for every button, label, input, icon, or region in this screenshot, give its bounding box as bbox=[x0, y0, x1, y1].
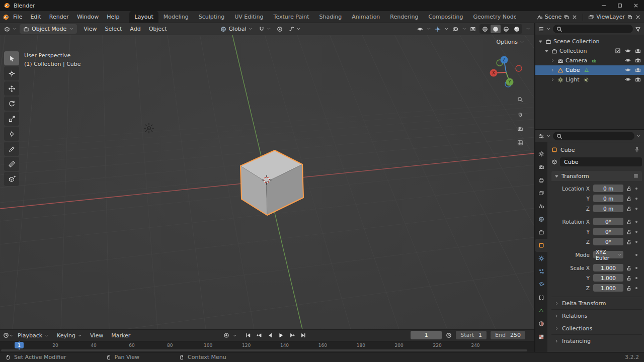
chevron-down-icon[interactable] bbox=[546, 134, 551, 138]
hide-toggle-eye-icon[interactable] bbox=[625, 76, 631, 82]
workspace-tab-compositing[interactable]: Compositing bbox=[424, 11, 468, 23]
properties-tab-texture[interactable] bbox=[535, 330, 547, 343]
lock-icon[interactable] bbox=[625, 219, 633, 225]
tool-transform-button[interactable] bbox=[4, 127, 19, 141]
proportional-editing-toggle[interactable] bbox=[275, 26, 284, 32]
camera-view-button[interactable] bbox=[514, 123, 526, 135]
collapse-icon[interactable] bbox=[543, 49, 549, 53]
properties-tab-view-layer[interactable] bbox=[535, 187, 547, 200]
orientation-dropdown[interactable]: Global bbox=[219, 26, 254, 32]
chevron-down-icon[interactable] bbox=[9, 333, 14, 338]
keying-set-dropdown[interactable] bbox=[232, 333, 237, 338]
new-view-layer-button[interactable] bbox=[627, 14, 633, 20]
delete-scene-button[interactable] bbox=[572, 14, 578, 20]
animate-dot-icon[interactable] bbox=[633, 285, 640, 291]
panel-collections[interactable]: Collections bbox=[551, 322, 642, 334]
lock-icon[interactable] bbox=[625, 186, 633, 192]
light-gizmo[interactable] bbox=[144, 124, 154, 133]
disable-render-camera-icon[interactable] bbox=[635, 57, 641, 63]
visibility-dropdown[interactable] bbox=[417, 26, 423, 32]
tool-move-button[interactable] bbox=[4, 81, 19, 96]
blender-logo-icon[interactable] bbox=[3, 14, 9, 20]
animate-dot-icon[interactable] bbox=[633, 186, 640, 192]
z-field[interactable]: 0 m bbox=[593, 205, 623, 212]
lock-icon[interactable] bbox=[625, 239, 633, 245]
lock-icon[interactable] bbox=[625, 206, 633, 212]
workspace-tab-layout[interactable]: Layout bbox=[129, 11, 158, 23]
new-scene-button[interactable] bbox=[564, 14, 570, 20]
timeline-menu-marker[interactable]: Marker bbox=[107, 332, 134, 339]
lock-icon[interactable] bbox=[625, 196, 633, 202]
timeline-scrollbar[interactable] bbox=[1, 349, 527, 351]
y-field[interactable]: 0 m bbox=[593, 195, 623, 202]
lock-icon[interactable] bbox=[625, 229, 633, 235]
chevron-down-icon[interactable] bbox=[546, 27, 551, 31]
collapse-icon[interactable] bbox=[537, 39, 543, 44]
overlays-toggle[interactable] bbox=[452, 26, 458, 32]
workspace-tab-rendering[interactable]: Rendering bbox=[385, 11, 423, 23]
properties-tab-tool[interactable] bbox=[535, 147, 547, 160]
shading-rendered-button[interactable] bbox=[512, 25, 522, 33]
workspace-tab-geometry-nodes[interactable]: Geometry Nodes bbox=[468, 11, 516, 23]
lock-icon[interactable] bbox=[625, 275, 633, 281]
workspace-tab-uv-editing[interactable]: UV Editing bbox=[229, 11, 268, 23]
editor-type-button[interactable] bbox=[3, 332, 9, 338]
default-cube[interactable] bbox=[240, 150, 303, 215]
menu-edit[interactable]: Edit bbox=[26, 14, 45, 20]
rotation-x-field[interactable]: 0° bbox=[593, 218, 623, 225]
outliner-row-camera[interactable]: Camera bbox=[535, 56, 644, 65]
close-button[interactable] bbox=[628, 0, 644, 11]
falloff-dropdown[interactable] bbox=[287, 26, 302, 32]
properties-tab-particles[interactable] bbox=[535, 265, 547, 278]
tool-select-button[interactable] bbox=[4, 51, 19, 65]
viewport-menu-add[interactable]: Add bbox=[126, 26, 144, 32]
panel-relations[interactable]: Relations bbox=[551, 309, 642, 322]
z-field[interactable]: 1.000 bbox=[593, 284, 623, 292]
tool-annotate-button[interactable] bbox=[4, 142, 19, 156]
chevron-down-icon[interactable] bbox=[444, 27, 449, 31]
menu-help[interactable]: Help bbox=[103, 14, 123, 20]
options-dropdown[interactable]: Options bbox=[497, 39, 524, 45]
properties-options-dropdown[interactable] bbox=[636, 134, 641, 138]
navigation-gizmo[interactable]: Z X Y bbox=[487, 53, 525, 92]
properties-tab-modifiers[interactable] bbox=[535, 252, 547, 265]
jump-to-end-button[interactable] bbox=[298, 331, 308, 340]
properties-tab-scene[interactable] bbox=[535, 200, 547, 213]
previous-keyframe-button[interactable] bbox=[254, 331, 264, 340]
frame-start-field[interactable]: Start 1 bbox=[456, 331, 487, 339]
hide-toggle-eye-icon[interactable] bbox=[625, 48, 631, 54]
filter-icon[interactable] bbox=[635, 26, 641, 32]
panel-menu-icon[interactable] bbox=[633, 173, 639, 179]
tool-measure-button[interactable] bbox=[4, 157, 19, 171]
preview-range-toggle[interactable] bbox=[446, 332, 452, 338]
play-button[interactable] bbox=[276, 331, 286, 340]
view-layer-name[interactable]: ViewLayer bbox=[596, 14, 625, 20]
xray-toggle[interactable] bbox=[470, 26, 476, 32]
shading-dropdown[interactable] bbox=[526, 27, 530, 31]
properties-tab-output[interactable] bbox=[535, 173, 547, 187]
snap-dropdown[interactable] bbox=[267, 27, 271, 31]
frame-end-field[interactable]: End 250 bbox=[491, 331, 525, 339]
properties-search-input[interactable] bbox=[553, 132, 634, 140]
location-x-field[interactable]: 0 m bbox=[593, 185, 623, 192]
panel-delta-transform[interactable]: Delta Transform bbox=[551, 297, 642, 309]
properties-tab-physics[interactable] bbox=[535, 278, 547, 291]
next-keyframe-button[interactable] bbox=[287, 331, 297, 340]
pan-button[interactable] bbox=[514, 108, 526, 120]
object-name-field[interactable]: Cube bbox=[560, 157, 642, 166]
menu-render[interactable]: Render bbox=[45, 14, 73, 20]
menu-file[interactable]: File bbox=[9, 14, 26, 20]
snap-toggle[interactable] bbox=[257, 26, 273, 32]
hide-toggle-eye-icon[interactable] bbox=[625, 57, 631, 63]
viewport-menu-object[interactable]: Object bbox=[145, 26, 171, 32]
properties-tab-constraints[interactable] bbox=[535, 291, 547, 304]
expand-icon[interactable] bbox=[549, 58, 555, 63]
properties-tab-material[interactable] bbox=[535, 317, 547, 330]
animate-dot-icon[interactable] bbox=[633, 196, 640, 202]
auto-keying-toggle[interactable] bbox=[221, 331, 231, 340]
timeline-menu-playback[interactable]: Playback bbox=[14, 332, 53, 339]
workspace-tab-animation[interactable]: Animation bbox=[347, 11, 385, 23]
outliner-row-scene-collection[interactable]: Scene Collection bbox=[535, 37, 644, 46]
panel-instancing[interactable]: Instancing bbox=[551, 334, 642, 347]
properties-tab-collection[interactable] bbox=[535, 226, 547, 239]
